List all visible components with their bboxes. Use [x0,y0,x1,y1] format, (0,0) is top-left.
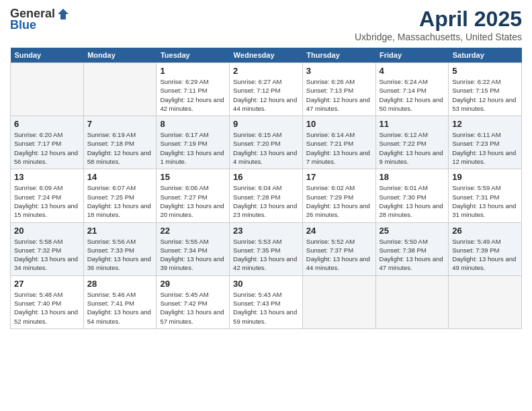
cell-info: Sunrise: 6:06 AMSunset: 7:27 PMDaylight:… [160,183,226,219]
logo-blue-text: Blue [10,18,70,32]
day-number: 15 [160,172,226,182]
day-number: 25 [380,226,445,236]
day-number: 23 [233,226,299,236]
logo: General Blue [10,7,70,32]
calendar-cell: 24Sunrise: 5:52 AMSunset: 7:37 PMDayligh… [302,222,375,275]
day-number: 21 [87,226,153,236]
calendar-cell: 30Sunrise: 5:43 AMSunset: 7:43 PMDayligh… [230,275,303,328]
day-number: 20 [14,226,80,236]
cell-info: Sunrise: 6:09 AMSunset: 7:24 PMDaylight:… [14,183,80,219]
day-number: 28 [87,279,153,289]
calendar-cell [449,275,522,328]
calendar-cell: 22Sunrise: 5:55 AMSunset: 7:34 PMDayligh… [157,222,230,275]
calendar-cell: 4Sunrise: 6:24 AMSunset: 7:14 PMDaylight… [375,63,449,116]
day-number: 10 [306,119,372,129]
day-number: 29 [160,279,226,289]
day-number: 7 [87,119,153,129]
days-header-row: SundayMondayTuesdayWednesdayThursdayFrid… [11,48,522,63]
cell-info: Sunrise: 6:02 AMSunset: 7:29 PMDaylight:… [306,183,372,219]
header: General Blue April 2025 Uxbridge, Massac… [10,7,522,42]
day-header-wednesday: Wednesday [230,48,303,63]
cell-info: Sunrise: 5:48 AMSunset: 7:40 PMDaylight:… [14,290,80,326]
day-header-monday: Monday [83,48,157,63]
calendar-week-row: 13Sunrise: 6:09 AMSunset: 7:24 PMDayligh… [11,169,522,222]
calendar-week-row: 27Sunrise: 5:48 AMSunset: 7:40 PMDayligh… [11,275,522,328]
cell-info: Sunrise: 6:20 AMSunset: 7:17 PMDaylight:… [14,130,80,166]
calendar-cell: 15Sunrise: 6:06 AMSunset: 7:27 PMDayligh… [157,169,230,222]
day-number: 6 [14,119,80,129]
day-number: 5 [452,66,518,76]
day-header-thursday: Thursday [302,48,375,63]
calendar-cell [83,63,157,116]
calendar-week-row: 20Sunrise: 5:58 AMSunset: 7:32 PMDayligh… [11,222,522,275]
calendar-cell: 12Sunrise: 6:11 AMSunset: 7:23 PMDayligh… [449,116,522,169]
cell-info: Sunrise: 5:52 AMSunset: 7:37 PMDaylight:… [306,237,372,273]
calendar-cell: 3Sunrise: 6:26 AMSunset: 7:13 PMDaylight… [302,63,375,116]
cell-info: Sunrise: 5:46 AMSunset: 7:41 PMDaylight:… [87,290,153,326]
calendar-cell: 8Sunrise: 6:17 AMSunset: 7:19 PMDaylight… [157,116,230,169]
calendar-cell: 21Sunrise: 5:56 AMSunset: 7:33 PMDayligh… [83,222,157,275]
cell-info: Sunrise: 6:22 AMSunset: 7:15 PMDaylight:… [452,77,518,113]
month-title: April 2025 [355,7,522,32]
day-number: 22 [160,226,226,236]
cell-info: Sunrise: 5:55 AMSunset: 7:34 PMDaylight:… [160,237,226,273]
day-number: 27 [14,279,80,289]
calendar-cell: 9Sunrise: 6:15 AMSunset: 7:20 PMDaylight… [230,116,303,169]
day-header-saturday: Saturday [449,48,522,63]
cell-info: Sunrise: 6:27 AMSunset: 7:12 PMDaylight:… [233,77,299,113]
cell-info: Sunrise: 5:58 AMSunset: 7:32 PMDaylight:… [14,237,80,273]
cell-info: Sunrise: 5:43 AMSunset: 7:43 PMDaylight:… [233,290,299,326]
calendar-cell [302,275,375,328]
day-number: 9 [233,119,299,129]
title-block: April 2025 Uxbridge, Massachusetts, Unit… [355,7,522,42]
calendar-cell: 11Sunrise: 6:12 AMSunset: 7:22 PMDayligh… [375,116,449,169]
day-number: 2 [233,66,299,76]
cell-info: Sunrise: 6:01 AMSunset: 7:30 PMDaylight:… [380,183,445,219]
page-container: General Blue April 2025 Uxbridge, Massac… [0,0,532,336]
calendar-cell: 23Sunrise: 5:53 AMSunset: 7:35 PMDayligh… [230,222,303,275]
day-number: 11 [380,119,445,129]
day-number: 19 [452,172,518,182]
day-number: 26 [452,226,518,236]
calendar-cell: 18Sunrise: 6:01 AMSunset: 7:30 PMDayligh… [375,169,449,222]
day-header-tuesday: Tuesday [157,48,230,63]
day-number: 17 [306,172,372,182]
cell-info: Sunrise: 6:12 AMSunset: 7:22 PMDaylight:… [380,130,445,166]
calendar-cell: 16Sunrise: 6:04 AMSunset: 7:28 PMDayligh… [230,169,303,222]
cell-info: Sunrise: 6:17 AMSunset: 7:19 PMDaylight:… [160,130,226,166]
calendar-cell: 17Sunrise: 6:02 AMSunset: 7:29 PMDayligh… [302,169,375,222]
calendar-cell: 28Sunrise: 5:46 AMSunset: 7:41 PMDayligh… [83,275,157,328]
cell-info: Sunrise: 5:56 AMSunset: 7:33 PMDaylight:… [87,237,153,273]
cell-info: Sunrise: 6:26 AMSunset: 7:13 PMDaylight:… [306,77,372,113]
day-number: 24 [306,226,372,236]
calendar-cell: 1Sunrise: 6:29 AMSunset: 7:11 PMDaylight… [157,63,230,116]
calendar-cell: 26Sunrise: 5:49 AMSunset: 7:39 PMDayligh… [449,222,522,275]
cell-info: Sunrise: 6:11 AMSunset: 7:23 PMDaylight:… [452,130,518,166]
day-number: 18 [380,172,445,182]
cell-info: Sunrise: 5:50 AMSunset: 7:38 PMDaylight:… [380,237,445,273]
calendar-cell [11,63,84,116]
calendar-cell: 13Sunrise: 6:09 AMSunset: 7:24 PMDayligh… [11,169,84,222]
calendar-cell [375,275,449,328]
cell-info: Sunrise: 5:59 AMSunset: 7:31 PMDaylight:… [452,183,518,219]
calendar-cell: 2Sunrise: 6:27 AMSunset: 7:12 PMDaylight… [230,63,303,116]
cell-info: Sunrise: 6:19 AMSunset: 7:18 PMDaylight:… [87,130,153,166]
day-number: 3 [306,66,372,76]
calendar-cell: 10Sunrise: 6:14 AMSunset: 7:21 PMDayligh… [302,116,375,169]
cell-info: Sunrise: 6:15 AMSunset: 7:20 PMDaylight:… [233,130,299,166]
cell-info: Sunrise: 6:07 AMSunset: 7:25 PMDaylight:… [87,183,153,219]
day-number: 14 [87,172,153,182]
calendar-week-row: 6Sunrise: 6:20 AMSunset: 7:17 PMDaylight… [11,116,522,169]
day-number: 1 [160,66,226,76]
cell-info: Sunrise: 6:14 AMSunset: 7:21 PMDaylight:… [306,130,372,166]
calendar-cell: 20Sunrise: 5:58 AMSunset: 7:32 PMDayligh… [11,222,84,275]
calendar-table: SundayMondayTuesdayWednesdayThursdayFrid… [10,48,522,329]
calendar-week-row: 1Sunrise: 6:29 AMSunset: 7:11 PMDaylight… [11,63,522,116]
calendar-cell: 7Sunrise: 6:19 AMSunset: 7:18 PMDaylight… [83,116,157,169]
day-number: 16 [233,172,299,182]
cell-info: Sunrise: 6:04 AMSunset: 7:28 PMDaylight:… [233,183,299,219]
day-number: 30 [233,279,299,289]
calendar-cell: 27Sunrise: 5:48 AMSunset: 7:40 PMDayligh… [11,275,84,328]
cell-info: Sunrise: 5:53 AMSunset: 7:35 PMDaylight:… [233,237,299,273]
day-number: 12 [452,119,518,129]
